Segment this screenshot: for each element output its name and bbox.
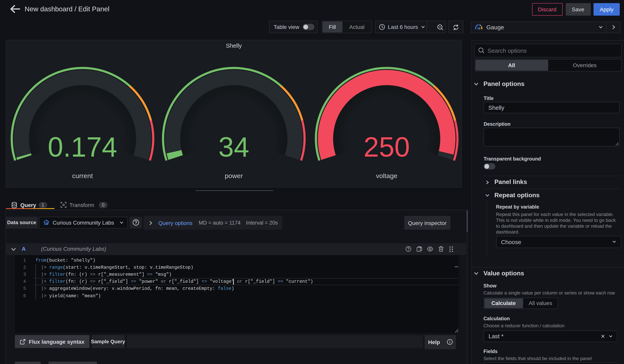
svg-text:79: 79	[477, 27, 481, 30]
